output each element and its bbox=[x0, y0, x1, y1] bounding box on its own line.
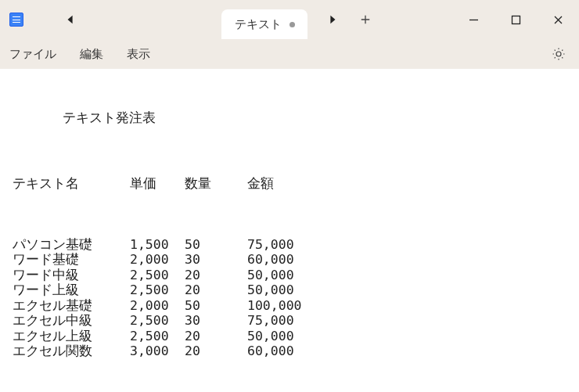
window-minimize-button[interactable] bbox=[452, 5, 494, 34]
table-row: エクセル基礎2,00050100,000 bbox=[13, 298, 566, 313]
cell-name: パソコン基礎 bbox=[13, 237, 130, 252]
cell-amount: 60,000 bbox=[247, 343, 325, 358]
doc-title: テキスト発注表 bbox=[63, 110, 566, 125]
cell-qty: 30 bbox=[185, 252, 247, 267]
cell-amount: 100,000 bbox=[247, 298, 325, 313]
cell-amount: 60,000 bbox=[247, 252, 325, 267]
document-area[interactable]: テキスト発注表 テキスト名 単価 数量 金額 パソコン基礎1,5005075,0… bbox=[0, 69, 579, 392]
svg-rect-0 bbox=[512, 16, 520, 23]
cell-name: エクセル上級 bbox=[13, 329, 130, 343]
triangle-left-icon bbox=[65, 14, 76, 25]
unsaved-dot-icon bbox=[290, 22, 295, 27]
menu-edit[interactable]: 編集 bbox=[80, 47, 103, 62]
cell-qty: 20 bbox=[185, 282, 247, 297]
col-amount: 金額 bbox=[247, 176, 325, 191]
cell-price: 2,000 bbox=[130, 298, 185, 313]
col-name: テキスト名 bbox=[13, 176, 130, 191]
cell-name: エクセル基礎 bbox=[13, 298, 130, 313]
cell-price: 2,500 bbox=[130, 329, 185, 343]
table-row: ワード上級2,5002050,000 bbox=[13, 282, 566, 297]
new-tab-button[interactable] bbox=[351, 5, 379, 34]
cell-name: エクセル中級 bbox=[13, 313, 130, 328]
cell-name: ワード基礎 bbox=[13, 252, 130, 267]
cell-name: エクセル関数 bbox=[13, 343, 130, 358]
close-icon bbox=[553, 15, 563, 25]
table-row: エクセル関数3,0002060,000 bbox=[13, 343, 566, 358]
settings-button[interactable] bbox=[548, 43, 570, 65]
active-tab[interactable]: テキスト bbox=[221, 9, 307, 39]
table-row: エクセル上級2,5002050,000 bbox=[13, 329, 566, 343]
cell-qty: 20 bbox=[185, 343, 247, 358]
table-row: エクセル中級2,5003075,000 bbox=[13, 313, 566, 328]
menu-view[interactable]: 表示 bbox=[127, 47, 150, 62]
window-close-button[interactable] bbox=[537, 5, 579, 34]
cell-name: ワード中級 bbox=[13, 268, 130, 282]
cell-amount: 50,000 bbox=[247, 282, 325, 297]
forward-button[interactable] bbox=[318, 5, 347, 34]
cell-qty: 50 bbox=[185, 237, 247, 252]
cell-price: 2,500 bbox=[130, 268, 185, 282]
triangle-right-icon bbox=[327, 14, 338, 25]
menu-file[interactable]: ファイル bbox=[9, 47, 56, 62]
cell-qty: 50 bbox=[185, 298, 247, 313]
cell-amount: 75,000 bbox=[247, 313, 325, 328]
minimize-icon bbox=[469, 15, 479, 25]
cell-name: ワード上級 bbox=[13, 282, 130, 297]
notepad-app-icon bbox=[9, 13, 23, 27]
table-row: ワード中級2,5002050,000 bbox=[13, 268, 566, 282]
cell-price: 1,500 bbox=[130, 237, 185, 252]
table-row: ワード基礎2,0003060,000 bbox=[13, 252, 566, 267]
cell-amount: 50,000 bbox=[247, 268, 325, 282]
cell-qty: 20 bbox=[185, 268, 247, 282]
window-maximize-button[interactable] bbox=[494, 5, 537, 34]
col-price: 単価 bbox=[130, 176, 185, 191]
cell-price: 2,500 bbox=[130, 313, 185, 328]
back-button[interactable] bbox=[56, 5, 85, 34]
maximize-icon bbox=[511, 15, 521, 25]
cell-qty: 30 bbox=[185, 313, 247, 328]
tab-label: テキスト bbox=[235, 17, 282, 32]
cell-price: 2,500 bbox=[130, 282, 185, 297]
plus-icon bbox=[360, 14, 371, 25]
cell-price: 3,000 bbox=[130, 343, 185, 358]
gear-icon bbox=[552, 47, 566, 61]
cell-amount: 75,000 bbox=[247, 237, 325, 252]
menubar: ファイル 編集 表示 bbox=[0, 39, 579, 69]
table-row: パソコン基礎1,5005075,000 bbox=[13, 237, 566, 252]
col-qty: 数量 bbox=[185, 176, 247, 191]
cell-amount: 50,000 bbox=[247, 329, 325, 343]
table-header-row: テキスト名 単価 数量 金額 bbox=[13, 176, 566, 191]
titlebar: テキスト bbox=[0, 0, 579, 39]
cell-qty: 20 bbox=[185, 329, 247, 343]
cell-price: 2,000 bbox=[130, 252, 185, 267]
